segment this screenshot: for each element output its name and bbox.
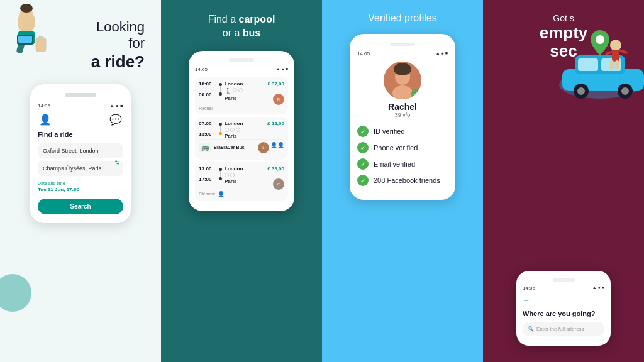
profile-name: Rachel	[357, 102, 448, 112]
profile-icon: 👤	[39, 114, 52, 126]
from-value: Oxford Street, London	[43, 148, 99, 154]
phone-notch-2	[229, 58, 254, 62]
phone-notch-4	[553, 278, 575, 282]
verified-email-label: Email verified	[374, 160, 415, 168]
search-button[interactable]: Search	[38, 199, 123, 214]
check-facebook-icon: ✓	[357, 175, 369, 186]
panel-verified-profiles: Verified profiles 14:05 ▲ ● ■ ✓ Rachel 3…	[322, 0, 483, 362]
location-pin-icon	[591, 30, 609, 55]
ride-item-3[interactable]: 13:00 17:00 London Paris	[195, 162, 288, 201]
phone-mockup-1: 14:05 ▲ ● ■ 👤 💬 Find a ride Oxford Stree…	[30, 84, 131, 223]
address-placeholder: Enter the full address	[536, 326, 584, 332]
svg-rect-26	[615, 60, 619, 69]
phone-notch	[65, 93, 96, 97]
date-label: Date and time	[38, 181, 123, 185]
svg-point-9	[0, 274, 31, 312]
decorative-circle	[0, 274, 31, 312]
date-value: Tue 11 Jun, 17:00	[38, 187, 123, 192]
phone-status-2: 14:05 ▲ ● ■	[195, 67, 288, 72]
swap-icon[interactable]: ⇅	[114, 158, 119, 165]
panel4-heading: Where are you going?	[523, 310, 604, 317]
phone-mockup-2: 14:05 ▲ ● ■ 18:00 00:00 London 🚶	[189, 51, 294, 211]
verified-phone: ✓ Phone verified	[357, 142, 448, 153]
phone-status-3: 14:05 ▲ ● ■	[357, 51, 448, 57]
verified-id-label: ID verified	[374, 128, 405, 135]
svg-point-20	[577, 87, 585, 95]
verified-facebook-label: 208 Facebook friends	[374, 177, 440, 184]
panel3-title: Verified profiles	[368, 13, 436, 24]
profile-age: 39 y/o	[357, 112, 448, 118]
panel4-title-main: empty sec	[493, 24, 634, 60]
panel-find-carpool: Find a carpool or a bus 14:05 ▲ ● ■ 18:0…	[161, 0, 322, 362]
panel4-title-small: Got s	[493, 13, 634, 24]
svg-rect-17	[578, 58, 598, 71]
svg-point-22	[621, 87, 629, 95]
verified-email: ✓ Email verified	[357, 158, 448, 170]
svg-point-3	[20, 4, 33, 13]
check-email-icon: ✓	[357, 158, 369, 170]
panel-empty-seats: Got s empty sec 14:0	[483, 0, 644, 362]
person-illustration	[3, 3, 50, 57]
phone-notch-3	[390, 43, 415, 46]
phone-mockup-4: 14:05 ▲ ● ■ ← Where are you going? 🔍 Ent…	[516, 271, 611, 346]
avatar-verified-badge: ✓	[411, 89, 420, 98]
phone-mockup-3: 14:05 ▲ ● ■ ✓ Rachel 39 y/o ✓ ID verifie…	[350, 34, 455, 200]
ride-item-2[interactable]: 07:00 13:00 London Paris	[195, 117, 288, 160]
verified-phone-label: Phone verified	[374, 144, 418, 151]
verified-facebook: ✓ 208 Facebook friends	[357, 175, 448, 186]
bus-icon: 🚌	[199, 143, 211, 152]
svg-rect-7	[36, 38, 46, 52]
panel2-title: Find a carpool or a bus	[208, 13, 275, 41]
check-phone-icon: ✓	[357, 142, 369, 153]
phone-status-4: 14:05 ▲ ● ■	[523, 285, 604, 291]
back-arrow[interactable]: ←	[523, 296, 604, 305]
check-id-icon: ✓	[357, 126, 369, 137]
find-ride-title: Find a ride	[38, 131, 123, 138]
svg-rect-25	[610, 60, 614, 69]
panel-looking-for-ride: Looking for a ride? 14:05 ▲ ● ■ 👤 💬 Find…	[0, 0, 161, 362]
search-icon: 🔍	[528, 326, 534, 332]
to-field[interactable]: Champs Élysées, Paris	[38, 161, 123, 176]
from-field[interactable]: Oxford Street, London	[38, 143, 123, 158]
verified-id: ✓ ID verified	[357, 126, 448, 137]
svg-rect-8	[38, 36, 43, 39]
svg-point-12	[394, 63, 411, 75]
phone-status-bar: 14:05 ▲ ● ■	[38, 103, 123, 109]
ride-item-1[interactable]: 18:00 00:00 London 🚶 Paris	[195, 77, 288, 114]
chat-icon: 💬	[109, 114, 122, 126]
svg-point-29	[596, 35, 604, 44]
bus-row: 🚌 BlaBlaCar Bus L 👤👤	[199, 139, 284, 156]
svg-rect-6	[18, 36, 32, 43]
address-input[interactable]: 🔍 Enter the full address	[523, 322, 604, 336]
phone-icon-row: 👤 💬	[38, 114, 123, 126]
to-value: Champs Élysées, Paris	[43, 165, 101, 172]
profile-avatar: ✓	[384, 62, 421, 99]
